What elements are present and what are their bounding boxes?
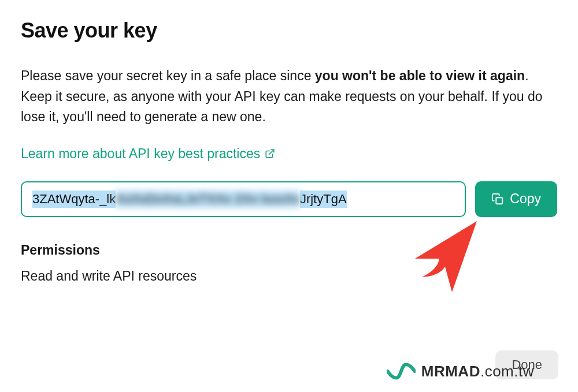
permissions-heading: Permissions — [21, 242, 557, 258]
external-link-icon — [265, 148, 275, 159]
desc-bold: you won't be able to view it again — [315, 68, 525, 83]
api-key-suffix: JrjtyTgA — [300, 191, 347, 208]
page-title: Save your key — [21, 18, 557, 43]
svg-line-0 — [269, 150, 274, 155]
api-key-prefix: 3ZAtWqyta-_lk — [32, 191, 116, 208]
permissions-value: Read and write API resources — [21, 268, 557, 284]
key-warning-text: Please save your secret key in a safe pl… — [21, 66, 557, 128]
api-key-row: 3ZAtWqyta-_lkXxXxDxXxLJxTXXx 2Xx lxxxXxJ… — [21, 181, 557, 217]
copy-button[interactable]: Copy — [475, 181, 557, 217]
done-button[interactable]: Done — [495, 350, 558, 379]
api-key-field[interactable]: 3ZAtWqyta-_lkXxXxDxXxLJxTXXx 2Xx lxxxXxJ… — [21, 181, 466, 217]
copy-icon — [491, 193, 504, 206]
svg-rect-1 — [497, 197, 503, 204]
api-key-obscured: XxXxDxXxLJxTXXx 2Xx lxxxXx — [116, 191, 300, 208]
watermark-logo-icon — [387, 362, 416, 380]
learn-more-label: Learn more about API key best practices — [21, 146, 260, 162]
learn-more-link[interactable]: Learn more about API key best practices — [21, 146, 275, 162]
desc-part1: Please save your secret key in a safe pl… — [21, 68, 315, 83]
copy-label: Copy — [510, 191, 541, 207]
watermark-brand: MRMAD — [421, 363, 480, 380]
